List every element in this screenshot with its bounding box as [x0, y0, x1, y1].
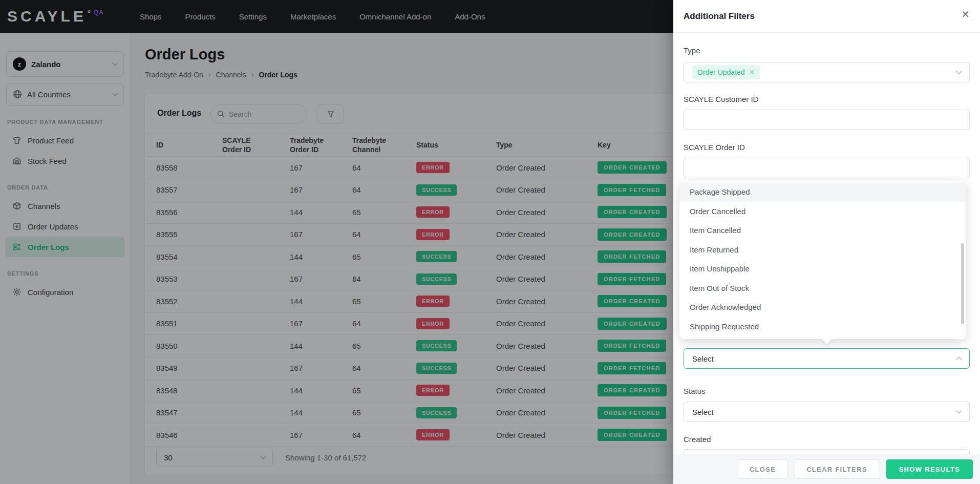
type-multiselect[interactable]: Order Updated ✕ [684, 62, 970, 82]
dropdown-option[interactable]: Item Returned [679, 240, 966, 260]
app-window: SCAYLE ° QA ShopsProductsSettingsMarketp… [0, 0, 980, 484]
dropdown-option[interactable]: Item Out of Stock [679, 279, 966, 298]
dropdown-option[interactable]: Item Cancelled [679, 221, 966, 240]
key-select[interactable]: Select [684, 348, 970, 369]
dropdown-option[interactable]: Package Shipped [679, 182, 966, 202]
dropdown-option[interactable]: Shipping Requested [679, 317, 966, 336]
clear-filters-button[interactable]: CLEAR FILTERS [795, 459, 879, 479]
dropdown-option[interactable]: Order Acknowledged [679, 298, 966, 317]
status-select-value: Select [692, 408, 714, 416]
order-id-label: SCAYLE Order ID [684, 143, 745, 152]
customer-id-input[interactable] [684, 110, 970, 130]
chevron-up-icon [956, 356, 962, 362]
order-id-input[interactable] [684, 158, 970, 178]
key-options-dropdown: Package ShippedOrder CancelledItem Cance… [679, 181, 966, 339]
panel-title: Additional Filters [684, 11, 755, 22]
customer-id-label: SCAYLE Customer ID [684, 95, 758, 103]
dropdown-option[interactable]: Order Cancelled [679, 202, 966, 221]
close-button[interactable]: CLOSE [738, 459, 787, 479]
created-field-label: Created [684, 435, 711, 444]
show-results-button[interactable]: SHOW RESULTS [886, 459, 973, 479]
tag-label: Order Updated [697, 68, 745, 76]
chevron-down-icon [956, 408, 962, 413]
chevron-down-icon [956, 68, 962, 74]
remove-tag-icon[interactable]: ✕ [749, 69, 755, 76]
type-field-label: Type [684, 46, 700, 55]
status-field-label: Status [684, 387, 706, 395]
key-select-value: Select [692, 354, 714, 363]
close-icon[interactable]: ✕ [961, 9, 970, 19]
additional-filters-panel: Additional Filters ✕ Type Order Updated … [673, 0, 980, 484]
dropdown-scrollbar[interactable] [961, 243, 964, 324]
dropdown-option[interactable]: Item Unshippable [679, 259, 966, 279]
status-select[interactable]: Select [684, 402, 970, 422]
type-filter-tag: Order Updated ✕ [692, 65, 760, 79]
panel-footer: CLOSE CLEAR FILTERS SHOW RESULTS [673, 454, 980, 484]
panel-header: Additional Filters ✕ [673, 0, 980, 33]
